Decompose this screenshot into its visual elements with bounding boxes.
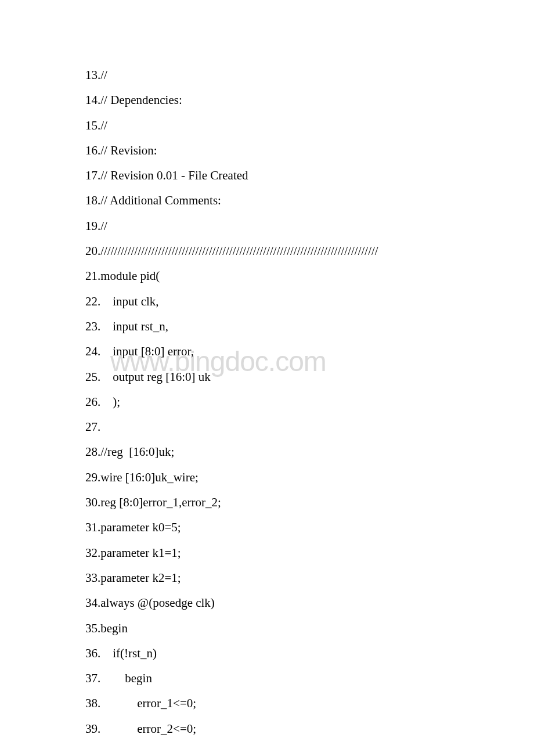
code-line: 32.parameter k1=1; [85,541,488,566]
code-line: 37. begin [85,666,488,691]
code-line: 25. output reg [16:0] uk [85,365,488,390]
code-line: 31.parameter k0=5; [85,515,488,540]
code-line: 39. error_2<=0; [85,717,488,741]
code-line: 19.// [85,214,488,239]
code-line: 18.// Additional Comments: [85,188,488,213]
code-line: 29.wire [16:0]uk_wire; [85,465,488,490]
code-line: 14.// Dependencies: [85,88,488,113]
code-line: 35.begin [85,616,488,641]
code-line: 24. input [8:0] error, [85,339,488,364]
code-line: 13.// [85,63,488,88]
code-line: 36. if(!rst_n) [85,641,488,666]
code-line: 22. input clk, [85,289,488,314]
code-line: 20./////////////////////////////////////… [85,239,488,264]
code-content: 13.// 14.// Dependencies: 15.// 16.// Re… [0,0,534,741]
code-line: 16.// Revision: [85,138,488,163]
code-line: 33.parameter k2=1; [85,566,488,591]
code-line: 28.//reg [16:0]uk; [85,440,488,465]
code-line: 21.module pid( [85,264,488,289]
code-line: 23. input rst_n, [85,314,488,339]
code-line: 26. ); [85,390,488,415]
code-line: 15.// [85,113,488,138]
code-line: 17.// Revision 0.01 - File Created [85,163,488,188]
code-line: 34.always @(posedge clk) [85,591,488,615]
code-line: 30.reg [8:0]error_1,error_2; [85,490,488,515]
code-line: 27. [85,415,488,440]
code-line: 38. error_1<=0; [85,691,488,716]
